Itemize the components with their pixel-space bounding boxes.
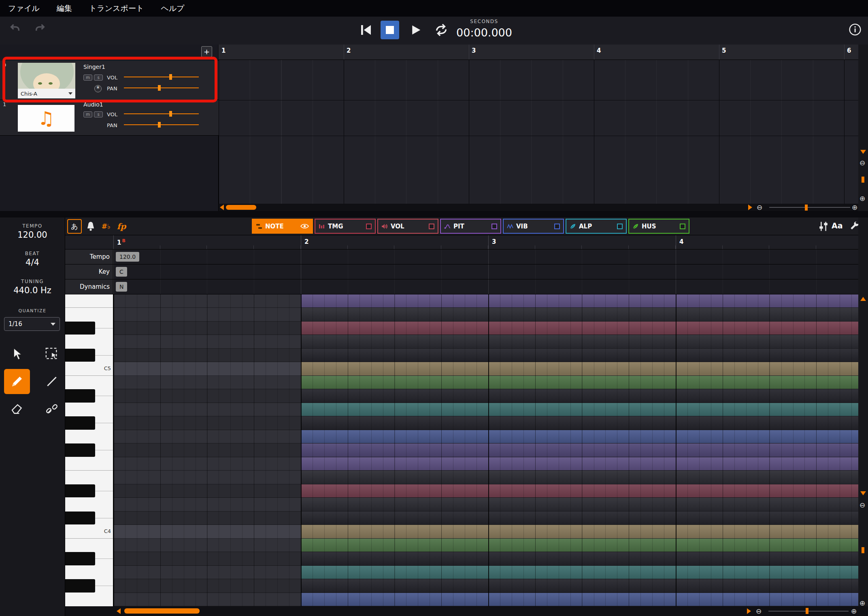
vol-slider-thumb[interactable] [169,74,172,80]
audio-clip-thumbnail[interactable]: ♫ [18,105,74,132]
grid-row-Cs5[interactable] [113,349,858,362]
arrange-hscrollbar[interactable]: ⊖ ⊕ [219,204,858,211]
grid-row-colored-segment[interactable] [301,552,858,565]
grid-row-Cs4[interactable] [113,512,858,525]
expression-alp-button[interactable]: ALP [566,219,627,234]
grid-row-C5[interactable] [113,362,858,375]
piano-key-As4[interactable] [65,389,113,403]
mixer-button[interactable] [816,219,831,234]
grid-row-colored-segment[interactable] [301,484,858,497]
dynamics-row[interactable]: N [113,279,858,294]
vzoom-slider-thumb[interactable] [862,547,864,553]
info-button[interactable] [848,22,862,37]
grid-row-colored-segment[interactable] [301,322,858,335]
grid-row-colored-segment[interactable] [301,349,858,362]
piano-key-F5[interactable] [65,294,113,308]
tempo-value[interactable]: 120.00 [0,230,65,240]
zoom-in-icon[interactable]: ⊕ [852,204,857,211]
line-tool[interactable] [39,369,65,394]
singer-avatar[interactable]: Chis-A [18,63,75,98]
tempo-row[interactable]: 120.0 [113,249,858,264]
expression-tmg-button[interactable]: TMG [315,219,376,234]
pan-slider[interactable] [124,85,199,91]
grid-row-E4[interactable] [113,471,858,484]
pitch-grid[interactable] [113,294,858,606]
piano-key-G4[interactable] [65,430,113,443]
grid-row-D4[interactable] [113,498,858,511]
zoom-in-icon[interactable]: ⊕ [859,600,865,607]
grid-row-C4[interactable] [113,525,858,538]
grid-row-D5[interactable] [113,335,858,348]
scroll-down-icon[interactable] [860,491,866,495]
piano-key-G3[interactable] [65,593,113,606]
quantize-select[interactable]: 1/16 [4,317,60,331]
grid-row-colored-segment[interactable] [301,430,858,443]
grid-row-A3[interactable] [113,566,858,579]
grid-row-G4[interactable] [113,430,858,443]
visibility-icon[interactable] [300,223,309,230]
pencil-tool[interactable] [4,369,30,394]
expression-pit-button[interactable]: PIT [440,219,501,234]
pan-slider-thumb[interactable] [158,85,161,91]
piano-key-C4[interactable]: C4 [65,525,113,538]
mute-button[interactable]: m [83,111,92,117]
arrange-grid[interactable] [219,60,858,204]
grid-row-B3[interactable] [113,539,858,552]
accidental-toggle[interactable]: #♭ [99,219,113,234]
piano-key-Cs5[interactable] [65,349,113,362]
zoom-out-icon[interactable]: ⊖ [756,608,762,615]
expression-checkbox[interactable] [680,224,685,229]
grid-row-colored-segment[interactable] [301,335,858,348]
add-track-button[interactable]: + [201,46,212,57]
singer-selector[interactable]: Chis-A [18,89,75,98]
arrange-vscroll[interactable]: ⊖ ⊕ [858,45,868,211]
dynamics-toggle[interactable]: fp [114,219,129,234]
zoom-in-icon[interactable]: ⊕ [859,195,865,202]
undo-button[interactable] [7,21,23,35]
pianoroll-hscrollbar[interactable]: ⊖ ⊕ [65,606,868,616]
grid-row-colored-segment[interactable] [301,525,858,538]
menu-item-1[interactable]: 編集 [57,3,72,14]
grid-row-As3[interactable] [113,552,858,565]
scroll-down-icon[interactable] [860,150,866,154]
font-size-button[interactable]: Aa [832,221,843,230]
scroll-right-icon[interactable] [747,608,751,614]
expression-hus-button[interactable]: HUS [628,219,689,234]
grid-row-colored-segment[interactable] [301,593,858,606]
expression-checkbox[interactable] [554,224,560,229]
grid-row-Ds4[interactable] [113,484,858,498]
expression-checkbox[interactable] [366,224,372,229]
grid-row-F5[interactable] [113,294,858,308]
piano-key-A3[interactable] [65,566,113,579]
grid-row-Gs3[interactable] [113,579,858,593]
key-row[interactable]: C [113,264,858,279]
expression-vib-button[interactable]: VIB [503,219,564,234]
track-row-singer1[interactable]: 0 Chis-A Singer1 m s VOL * PAN [0,61,219,100]
grid-row-A4[interactable] [113,403,858,416]
scroll-up-icon[interactable] [860,297,866,301]
vol-slider[interactable] [124,74,199,80]
grid-row-colored-segment[interactable] [301,498,858,511]
grid-row-colored-segment[interactable] [301,294,858,307]
grid-row-colored-segment[interactable] [301,362,858,375]
grid-row-B4[interactable] [113,376,858,389]
grid-row-Gs4[interactable] [113,416,858,430]
zoom-out-icon[interactable]: ⊖ [859,160,865,166]
tempo-row-value[interactable]: 120.0 [116,252,139,262]
pianoroll-ruler[interactable]: 1B234 [113,235,858,249]
expression-note-button[interactable]: NOTE [252,219,313,234]
menu-item-2[interactable]: トランスポート [89,3,144,14]
piano-key-D5[interactable] [65,335,113,348]
grid-row-colored-segment[interactable] [301,308,858,321]
phoneme-toggle[interactable] [83,219,98,234]
scroll-left-icon[interactable] [220,205,224,210]
menu-item-0[interactable]: ファイル [8,3,40,14]
pointer-tool[interactable] [4,341,30,367]
grid-row-colored-segment[interactable] [301,443,858,456]
hzoom-slider-thumb[interactable] [805,205,808,211]
play-button[interactable] [408,22,423,38]
mute-button[interactable]: m [83,75,92,81]
vzoom-slider-thumb[interactable] [862,177,864,183]
expression-checkbox[interactable] [491,224,497,229]
scroll-left-icon[interactable] [117,608,121,614]
